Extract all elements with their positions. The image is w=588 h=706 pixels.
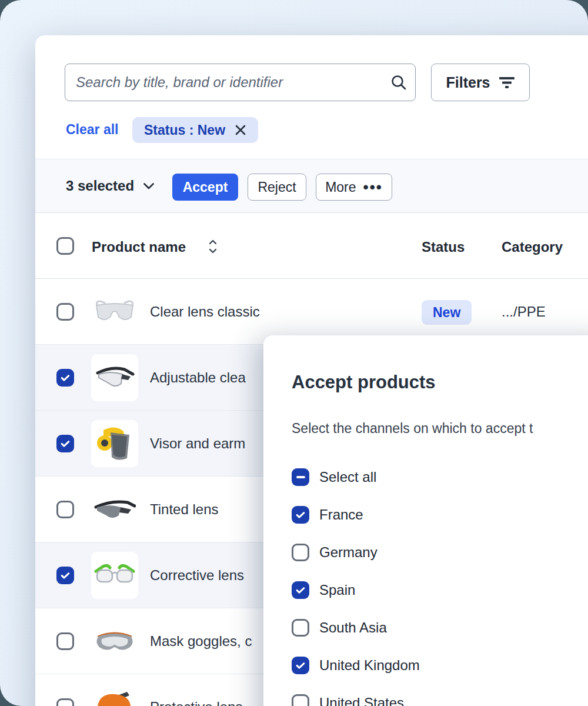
product-image-tinted-sunglasses	[91, 486, 138, 533]
selected-count-dropdown[interactable]: 3 selected	[66, 178, 154, 194]
row-checkbox[interactable]	[56, 501, 74, 518]
product-name: Corrective lens	[150, 567, 244, 584]
accept-products-modal: Accept products Select the channels on w…	[263, 335, 588, 706]
status-badge: New	[422, 300, 472, 325]
product-category: .../PPE	[502, 304, 546, 320]
row-checkbox[interactable]	[56, 567, 74, 584]
page: Filters Clear all Status : New 3 selecte…	[0, 0, 588, 706]
row-checkbox[interactable]	[56, 369, 74, 387]
channel-option-south-asia[interactable]: South Asia	[292, 619, 387, 637]
channel-label[interactable]: France	[319, 507, 363, 523]
select-all-checkbox[interactable]	[292, 468, 309, 486]
channel-checkbox[interactable]	[292, 619, 309, 637]
channel-option-germany[interactable]: Germany	[292, 544, 377, 561]
product-image-black-frame-glasses	[91, 354, 138, 401]
sort-updown-icon[interactable]	[208, 239, 218, 254]
filter-lines-icon	[499, 75, 515, 89]
row-checkbox[interactable]	[56, 698, 74, 706]
product-name: Adjustable clea	[150, 369, 246, 386]
channel-option-spain[interactable]: Spain	[292, 581, 355, 599]
product-image-corrective-glasses	[91, 552, 138, 599]
column-header-category: Category	[502, 239, 563, 255]
channel-label[interactable]: Spain	[319, 582, 355, 598]
channel-label[interactable]: United Kingdom	[319, 657, 420, 674]
status-filter-chip[interactable]: Status : New	[132, 117, 258, 143]
close-icon[interactable]	[235, 124, 246, 136]
product-image-visor-and-earmuffs	[91, 420, 138, 467]
indeterminate-icon	[296, 476, 305, 478]
filters-button[interactable]: Filters	[431, 64, 530, 101]
clear-all-link[interactable]: Clear all	[66, 122, 119, 138]
accept-button[interactable]: Accept	[172, 174, 238, 201]
channel-checkbox[interactable]	[292, 694, 309, 706]
row-checkbox[interactable]	[56, 632, 74, 650]
channel-option-france[interactable]: France	[292, 506, 363, 524]
table-header: Product name Status Category	[35, 213, 588, 279]
product-name: Clear lens classic	[150, 304, 260, 320]
more-button-label: More	[325, 179, 356, 195]
channel-checkbox[interactable]	[292, 544, 309, 561]
channel-option-select-all[interactable]: Select all	[292, 468, 376, 486]
selected-count-label: 3 selected	[66, 178, 134, 194]
more-button[interactable]: More •••	[316, 174, 392, 201]
modal-subtitle: Select the channels on which to accept t	[292, 421, 533, 437]
column-header-status: Status	[422, 239, 465, 255]
modal-title: Accept products	[292, 372, 436, 393]
product-name: Mask goggles, c	[150, 633, 252, 650]
channel-option-united-kingdom[interactable]: United Kingdom	[292, 657, 420, 674]
search-input[interactable]	[65, 64, 416, 101]
status-filter-chip-label: Status : New	[144, 122, 225, 138]
channel-option-united-states[interactable]: United States	[292, 694, 404, 706]
filters-button-label: Filters	[446, 74, 490, 91]
product-image-clear-safety-glasses	[91, 288, 138, 335]
channel-label[interactable]: South Asia	[319, 620, 387, 636]
product-image-protective-visor	[91, 684, 138, 706]
product-name: Visor and earm	[150, 435, 245, 452]
search-icon[interactable]	[390, 74, 407, 91]
channel-label[interactable]: Select all	[319, 469, 376, 485]
product-name: Tinted lens	[150, 501, 219, 518]
product-name: Protective lens	[150, 699, 242, 706]
bulk-actions-toolbar: 3 selected Accept Reject More •••	[35, 159, 588, 213]
channel-label[interactable]: Germany	[319, 544, 377, 561]
reject-button[interactable]: Reject	[248, 174, 306, 201]
chevron-down-icon	[143, 183, 154, 189]
ellipsis-icon: •••	[363, 184, 383, 190]
column-header-product-name[interactable]: Product name	[92, 239, 186, 255]
row-checkbox[interactable]	[56, 303, 74, 321]
channel-checkbox[interactable]	[292, 657, 309, 674]
channel-label[interactable]: United States	[319, 695, 404, 706]
row-checkbox[interactable]	[56, 435, 74, 452]
channel-checkbox[interactable]	[292, 581, 309, 599]
product-image-mask-goggles	[91, 618, 138, 665]
select-all-rows-checkbox[interactable]	[56, 237, 74, 255]
channel-checkbox[interactable]	[292, 506, 309, 524]
